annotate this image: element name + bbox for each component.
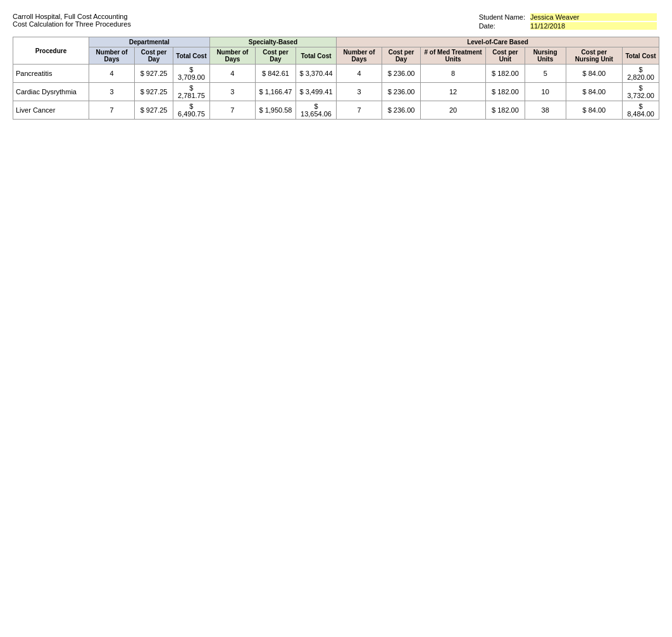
spec-cpd-cell: $ 1,166.47 bbox=[255, 83, 296, 101]
lvl-cost-per-day: Cost per Day bbox=[382, 47, 421, 65]
title1: Carroll Hospital, Full Cost Accounting bbox=[13, 13, 131, 20]
date-label: Date: bbox=[476, 22, 528, 30]
spec-cost-per-day: Cost per Day bbox=[255, 47, 296, 65]
dept-days-cell: 3 bbox=[89, 83, 135, 101]
lvl-nursing-units-cell: 38 bbox=[525, 101, 566, 120]
dept-total-cost: Total Cost bbox=[173, 47, 210, 65]
lvl-cpd-cell: $ 236.00 bbox=[382, 101, 421, 120]
student-name: Jessica Weaver bbox=[530, 13, 657, 21]
lvl-cpd-cell: $ 236.00 bbox=[382, 65, 421, 83]
lvl-cpu-cell: $ 182.00 bbox=[486, 83, 525, 101]
lvl-days-cell: 4 bbox=[336, 65, 382, 83]
spec-cpd-cell: $ 1,950.58 bbox=[255, 101, 296, 120]
spec-total-cell: $ 3,499.41 bbox=[296, 83, 337, 101]
lvl-cost-per-nursing-unit: Cost per Nursing Unit bbox=[566, 47, 622, 65]
lvl-med-units-cell: 8 bbox=[421, 65, 486, 83]
header-right: Student Name: Jessica Weaver Date: 11/12… bbox=[476, 13, 659, 30]
spec-num-days: Number of Days bbox=[209, 47, 255, 65]
lvl-total-cell: $ 3,732.00 bbox=[623, 83, 659, 101]
dept-days-cell: 7 bbox=[89, 101, 135, 120]
lvl-total-cell: $ 8,484.00 bbox=[623, 101, 659, 120]
title2: Cost Calculation for Three Procedures bbox=[13, 20, 131, 28]
spec-cpd-cell: $ 842.61 bbox=[255, 65, 296, 83]
spec-total-cell: $ 3,370.44 bbox=[296, 65, 337, 83]
lvl-med-units-cell: 12 bbox=[421, 83, 486, 101]
section-level: Level-of-Care Based bbox=[336, 37, 659, 47]
table-row: Liver Cancer7$ 927.25$ 6,490.757$ 1,950.… bbox=[13, 101, 659, 120]
table-row: Cardiac Dysrythmia3$ 927.25$ 2,781.753$ … bbox=[13, 83, 659, 101]
section-departmental: Departmental bbox=[89, 37, 210, 47]
lvl-cpd-cell: $ 236.00 bbox=[382, 83, 421, 101]
dept-cpd-cell: $ 927.25 bbox=[135, 83, 173, 101]
dept-cpd-cell: $ 927.25 bbox=[135, 65, 173, 83]
dept-num-days: Number of Days bbox=[89, 47, 135, 65]
lvl-cpu-cell: $ 182.00 bbox=[486, 101, 525, 120]
header-left: Carroll Hospital, Full Cost Accounting C… bbox=[13, 13, 131, 30]
spec-days-cell: 7 bbox=[209, 101, 255, 120]
dept-total-cell: $ 2,781.75 bbox=[173, 83, 210, 101]
spec-days-cell: 4 bbox=[209, 65, 255, 83]
lvl-cpu-cell: $ 182.00 bbox=[486, 65, 525, 83]
col-procedure: Procedure bbox=[13, 37, 89, 65]
page: Carroll Hospital, Full Cost Accounting C… bbox=[0, 0, 672, 637]
lvl-num-days: Number of Days bbox=[336, 47, 382, 65]
lvl-nursing-units-cell: 5 bbox=[525, 65, 566, 83]
spec-total-cell: $ 13,654.06 bbox=[296, 101, 337, 120]
procedure-cell: Liver Cancer bbox=[13, 101, 89, 120]
dept-cost-per-day: Cost per Day bbox=[135, 47, 173, 65]
lvl-med-units: # of Med Treatment Units bbox=[421, 47, 486, 65]
spec-days-cell: 3 bbox=[209, 83, 255, 101]
date-value: 11/12/2018 bbox=[530, 22, 657, 30]
lvl-nursing-units-cell: 10 bbox=[525, 83, 566, 101]
dept-total-cell: $ 6,490.75 bbox=[173, 101, 210, 120]
spec-total-cost: Total Cost bbox=[296, 47, 337, 65]
lvl-days-cell: 7 bbox=[336, 101, 382, 120]
dept-total-cell: $ 3,709.00 bbox=[173, 65, 210, 83]
header: Carroll Hospital, Full Cost Accounting C… bbox=[13, 13, 659, 30]
lvl-total-cost: Total Cost bbox=[623, 47, 659, 65]
lvl-cpnu-cell: $ 84.00 bbox=[566, 101, 622, 120]
dept-cpd-cell: $ 927.25 bbox=[135, 101, 173, 120]
dept-days-cell: 4 bbox=[89, 65, 135, 83]
lvl-days-cell: 3 bbox=[336, 83, 382, 101]
lvl-cpnu-cell: $ 84.00 bbox=[566, 83, 622, 101]
lvl-cost-per-unit: Cost per Unit bbox=[486, 47, 525, 65]
procedure-cell: Cardiac Dysrythmia bbox=[13, 83, 89, 101]
section-specialty: Specialty-Based bbox=[209, 37, 336, 47]
lvl-med-units-cell: 20 bbox=[421, 101, 486, 120]
lvl-nursing-units: Nursing Units bbox=[525, 47, 566, 65]
table-row: Pancreatitis4$ 927.25$ 3,709.004$ 842.61… bbox=[13, 65, 659, 83]
lvl-cpnu-cell: $ 84.00 bbox=[566, 65, 622, 83]
main-table: Procedure Departmental Specialty-Based L… bbox=[13, 37, 659, 120]
procedure-cell: Pancreatitis bbox=[13, 65, 89, 83]
lvl-total-cell: $ 2,820.00 bbox=[623, 65, 659, 83]
student-label: Student Name: bbox=[476, 13, 528, 22]
